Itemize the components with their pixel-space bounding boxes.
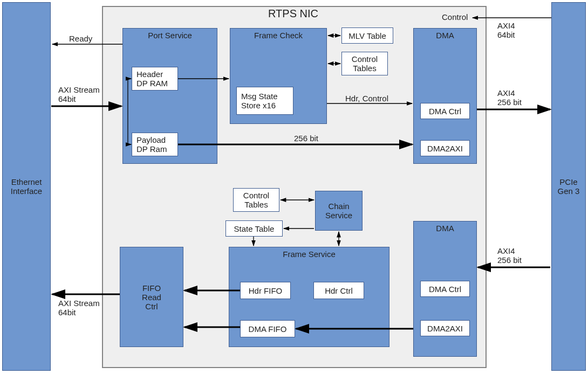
dma-ctrl-bottom: DMA Ctrl — [420, 281, 470, 297]
payload-dpram: Payload DP Ram — [132, 133, 178, 156]
label-256bit: 256 bit — [294, 134, 318, 143]
label-axi-in: AXI Stream 64bit — [58, 85, 100, 103]
label-ready: Ready — [69, 34, 92, 43]
msg-state-store: Msg State Store x16 — [236, 87, 293, 115]
mlv-table-label: MLV Table — [348, 31, 386, 40]
control-tables-top: Control Tables — [341, 52, 388, 75]
dma2axi-bottom: DMA2AXI — [420, 320, 470, 336]
label-control: Control — [442, 12, 468, 22]
state-table: State Table — [225, 220, 283, 237]
dma2axi-top-label: DMA2AXI — [427, 144, 463, 153]
frame-check-label: Frame Check — [254, 31, 303, 40]
state-table-label: State Table — [234, 224, 275, 233]
header-dpram-label: Header DP RAM — [136, 70, 168, 88]
chain-service: Chain Service — [315, 191, 363, 231]
chain-service-label: Chain Service — [325, 202, 352, 220]
pcie-interface: PCIe Gen 3 — [551, 2, 586, 371]
dma-ctrl-bottom-label: DMA Ctrl — [429, 285, 461, 294]
rtps-nic-title: RTPS NIC — [268, 8, 318, 20]
dma2axi-top: DMA2AXI — [420, 140, 470, 156]
control-tables-top-label: Control Tables — [352, 54, 378, 73]
dma-fifo-label: DMA FIFO — [249, 324, 287, 334]
label-axi4-256-bot: AXI4 256 bit — [497, 246, 522, 265]
hdr-ctrl-label: Hdr Ctrl — [325, 286, 353, 295]
dma-top-label: DMA — [436, 31, 454, 40]
dma-ctrl-top: DMA Ctrl — [420, 103, 470, 119]
fifo-read-ctrl: FIFO Read Ctrl — [120, 247, 183, 347]
label-axi4-64: AXI4 64bit — [497, 21, 515, 39]
ethernet-interface: Ethernet Interface — [2, 2, 51, 371]
control-tables-bottom: Control Tables — [233, 188, 279, 212]
dma-fifo: DMA FIFO — [240, 320, 295, 337]
dma-bottom-label: DMA — [436, 224, 454, 233]
frame-service-label: Frame Service — [283, 250, 336, 259]
fifo-read-ctrl-label: FIFO Read Ctrl — [142, 283, 161, 311]
label-axi-out: AXI Stream 64bit — [58, 299, 100, 317]
payload-dpram-label: Payload DP Ram — [136, 135, 167, 154]
ethernet-interface-label: Ethernet Interface — [11, 177, 42, 196]
label-hdr-control: Hdr, Control — [345, 94, 388, 103]
control-tables-bottom-label: Control Tables — [243, 191, 269, 209]
label-axi4-256-top: AXI4 256 bit — [497, 88, 522, 107]
header-dpram: Header DP RAM — [132, 67, 178, 91]
hdr-fifo-label: Hdr FIFO — [249, 286, 283, 295]
port-service-label: Port Service — [148, 31, 192, 40]
pcie-interface-label: PCIe Gen 3 — [558, 177, 580, 196]
mlv-table: MLV Table — [341, 27, 393, 44]
hdr-fifo: Hdr FIFO — [240, 282, 291, 299]
dma2axi-bottom-label: DMA2AXI — [427, 324, 463, 333]
dma-ctrl-top-label: DMA Ctrl — [429, 107, 461, 116]
hdr-ctrl: Hdr Ctrl — [313, 282, 364, 299]
msg-state-store-label: Msg State Store x16 — [241, 92, 278, 110]
